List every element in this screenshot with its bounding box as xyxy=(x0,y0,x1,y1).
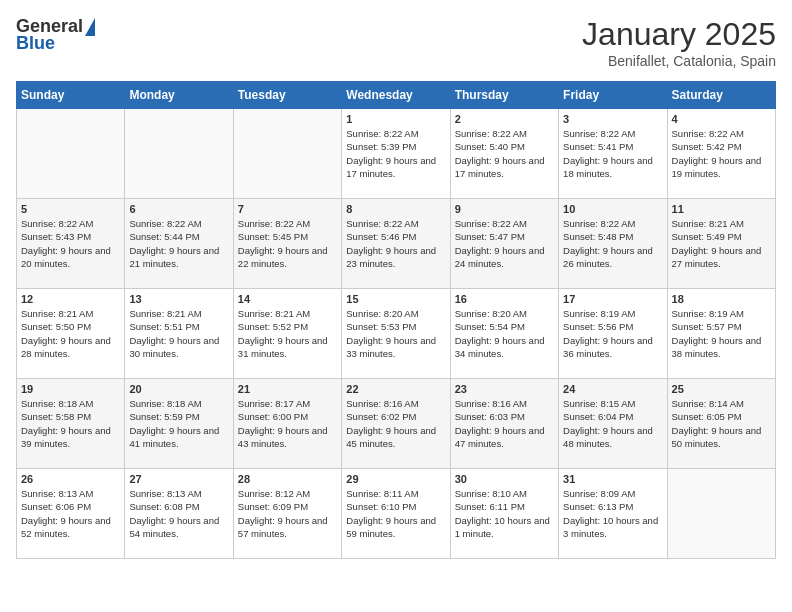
day-info: Sunrise: 8:18 AMSunset: 5:58 PMDaylight:… xyxy=(21,397,120,450)
day-number: 30 xyxy=(455,473,554,485)
day-number: 26 xyxy=(21,473,120,485)
day-info: Sunrise: 8:15 AMSunset: 6:04 PMDaylight:… xyxy=(563,397,662,450)
day-info: Sunrise: 8:22 AMSunset: 5:47 PMDaylight:… xyxy=(455,217,554,270)
weekday-header-cell: Friday xyxy=(559,82,667,109)
day-number: 21 xyxy=(238,383,337,395)
calendar-day-cell xyxy=(233,109,341,199)
weekday-header-cell: Monday xyxy=(125,82,233,109)
day-number: 10 xyxy=(563,203,662,215)
calendar-week-row: 19Sunrise: 8:18 AMSunset: 5:58 PMDayligh… xyxy=(17,379,776,469)
day-number: 29 xyxy=(346,473,445,485)
day-number: 15 xyxy=(346,293,445,305)
day-number: 7 xyxy=(238,203,337,215)
day-number: 27 xyxy=(129,473,228,485)
day-info: Sunrise: 8:13 AMSunset: 6:06 PMDaylight:… xyxy=(21,487,120,540)
day-info: Sunrise: 8:21 AMSunset: 5:51 PMDaylight:… xyxy=(129,307,228,360)
day-info: Sunrise: 8:12 AMSunset: 6:09 PMDaylight:… xyxy=(238,487,337,540)
calendar-day-cell: 9Sunrise: 8:22 AMSunset: 5:47 PMDaylight… xyxy=(450,199,558,289)
day-info: Sunrise: 8:17 AMSunset: 6:00 PMDaylight:… xyxy=(238,397,337,450)
day-info: Sunrise: 8:22 AMSunset: 5:39 PMDaylight:… xyxy=(346,127,445,180)
day-number: 25 xyxy=(672,383,771,395)
calendar-day-cell: 14Sunrise: 8:21 AMSunset: 5:52 PMDayligh… xyxy=(233,289,341,379)
day-number: 20 xyxy=(129,383,228,395)
calendar-day-cell: 17Sunrise: 8:19 AMSunset: 5:56 PMDayligh… xyxy=(559,289,667,379)
calendar-day-cell xyxy=(667,469,775,559)
calendar-day-cell: 5Sunrise: 8:22 AMSunset: 5:43 PMDaylight… xyxy=(17,199,125,289)
day-number: 11 xyxy=(672,203,771,215)
calendar-day-cell: 12Sunrise: 8:21 AMSunset: 5:50 PMDayligh… xyxy=(17,289,125,379)
logo-blue: Blue xyxy=(16,33,55,54)
day-number: 31 xyxy=(563,473,662,485)
calendar-table: SundayMondayTuesdayWednesdayThursdayFrid… xyxy=(16,81,776,559)
day-info: Sunrise: 8:13 AMSunset: 6:08 PMDaylight:… xyxy=(129,487,228,540)
calendar-day-cell: 25Sunrise: 8:14 AMSunset: 6:05 PMDayligh… xyxy=(667,379,775,469)
calendar-day-cell: 19Sunrise: 8:18 AMSunset: 5:58 PMDayligh… xyxy=(17,379,125,469)
calendar-day-cell: 22Sunrise: 8:16 AMSunset: 6:02 PMDayligh… xyxy=(342,379,450,469)
logo-triangle-icon xyxy=(85,18,95,36)
day-info: Sunrise: 8:10 AMSunset: 6:11 PMDaylight:… xyxy=(455,487,554,540)
weekday-header-cell: Sunday xyxy=(17,82,125,109)
calendar-day-cell: 10Sunrise: 8:22 AMSunset: 5:48 PMDayligh… xyxy=(559,199,667,289)
day-info: Sunrise: 8:22 AMSunset: 5:40 PMDaylight:… xyxy=(455,127,554,180)
page-header: General Blue January 2025 Benifallet, Ca… xyxy=(16,16,776,69)
day-number: 12 xyxy=(21,293,120,305)
day-number: 24 xyxy=(563,383,662,395)
day-number: 17 xyxy=(563,293,662,305)
day-number: 16 xyxy=(455,293,554,305)
calendar-day-cell: 27Sunrise: 8:13 AMSunset: 6:08 PMDayligh… xyxy=(125,469,233,559)
day-info: Sunrise: 8:21 AMSunset: 5:50 PMDaylight:… xyxy=(21,307,120,360)
weekday-header-row: SundayMondayTuesdayWednesdayThursdayFrid… xyxy=(17,82,776,109)
day-info: Sunrise: 8:09 AMSunset: 6:13 PMDaylight:… xyxy=(563,487,662,540)
day-number: 23 xyxy=(455,383,554,395)
day-info: Sunrise: 8:21 AMSunset: 5:52 PMDaylight:… xyxy=(238,307,337,360)
day-info: Sunrise: 8:20 AMSunset: 5:54 PMDaylight:… xyxy=(455,307,554,360)
calendar-day-cell: 20Sunrise: 8:18 AMSunset: 5:59 PMDayligh… xyxy=(125,379,233,469)
calendar-body: 1Sunrise: 8:22 AMSunset: 5:39 PMDaylight… xyxy=(17,109,776,559)
day-number: 6 xyxy=(129,203,228,215)
day-info: Sunrise: 8:22 AMSunset: 5:48 PMDaylight:… xyxy=(563,217,662,270)
day-info: Sunrise: 8:20 AMSunset: 5:53 PMDaylight:… xyxy=(346,307,445,360)
calendar-day-cell: 24Sunrise: 8:15 AMSunset: 6:04 PMDayligh… xyxy=(559,379,667,469)
calendar-day-cell: 7Sunrise: 8:22 AMSunset: 5:45 PMDaylight… xyxy=(233,199,341,289)
calendar-week-row: 5Sunrise: 8:22 AMSunset: 5:43 PMDaylight… xyxy=(17,199,776,289)
calendar-day-cell: 21Sunrise: 8:17 AMSunset: 6:00 PMDayligh… xyxy=(233,379,341,469)
day-number: 14 xyxy=(238,293,337,305)
day-number: 3 xyxy=(563,113,662,125)
day-info: Sunrise: 8:11 AMSunset: 6:10 PMDaylight:… xyxy=(346,487,445,540)
day-info: Sunrise: 8:18 AMSunset: 5:59 PMDaylight:… xyxy=(129,397,228,450)
calendar-day-cell: 16Sunrise: 8:20 AMSunset: 5:54 PMDayligh… xyxy=(450,289,558,379)
calendar-week-row: 12Sunrise: 8:21 AMSunset: 5:50 PMDayligh… xyxy=(17,289,776,379)
weekday-header-cell: Wednesday xyxy=(342,82,450,109)
day-number: 5 xyxy=(21,203,120,215)
calendar-day-cell: 4Sunrise: 8:22 AMSunset: 5:42 PMDaylight… xyxy=(667,109,775,199)
calendar-day-cell: 29Sunrise: 8:11 AMSunset: 6:10 PMDayligh… xyxy=(342,469,450,559)
day-number: 4 xyxy=(672,113,771,125)
day-info: Sunrise: 8:19 AMSunset: 5:56 PMDaylight:… xyxy=(563,307,662,360)
day-info: Sunrise: 8:14 AMSunset: 6:05 PMDaylight:… xyxy=(672,397,771,450)
day-number: 1 xyxy=(346,113,445,125)
weekday-header-cell: Tuesday xyxy=(233,82,341,109)
calendar-week-row: 26Sunrise: 8:13 AMSunset: 6:06 PMDayligh… xyxy=(17,469,776,559)
day-number: 19 xyxy=(21,383,120,395)
calendar-day-cell xyxy=(125,109,233,199)
day-info: Sunrise: 8:22 AMSunset: 5:45 PMDaylight:… xyxy=(238,217,337,270)
day-number: 9 xyxy=(455,203,554,215)
day-number: 28 xyxy=(238,473,337,485)
calendar-day-cell: 11Sunrise: 8:21 AMSunset: 5:49 PMDayligh… xyxy=(667,199,775,289)
calendar-day-cell: 13Sunrise: 8:21 AMSunset: 5:51 PMDayligh… xyxy=(125,289,233,379)
day-info: Sunrise: 8:16 AMSunset: 6:03 PMDaylight:… xyxy=(455,397,554,450)
calendar-day-cell: 28Sunrise: 8:12 AMSunset: 6:09 PMDayligh… xyxy=(233,469,341,559)
day-number: 8 xyxy=(346,203,445,215)
weekday-header-cell: Thursday xyxy=(450,82,558,109)
calendar-day-cell: 1Sunrise: 8:22 AMSunset: 5:39 PMDaylight… xyxy=(342,109,450,199)
day-number: 13 xyxy=(129,293,228,305)
calendar-day-cell: 6Sunrise: 8:22 AMSunset: 5:44 PMDaylight… xyxy=(125,199,233,289)
weekday-header-cell: Saturday xyxy=(667,82,775,109)
calendar-day-cell: 3Sunrise: 8:22 AMSunset: 5:41 PMDaylight… xyxy=(559,109,667,199)
day-info: Sunrise: 8:22 AMSunset: 5:41 PMDaylight:… xyxy=(563,127,662,180)
calendar-day-cell: 18Sunrise: 8:19 AMSunset: 5:57 PMDayligh… xyxy=(667,289,775,379)
day-info: Sunrise: 8:22 AMSunset: 5:44 PMDaylight:… xyxy=(129,217,228,270)
calendar-day-cell: 31Sunrise: 8:09 AMSunset: 6:13 PMDayligh… xyxy=(559,469,667,559)
calendar-day-cell: 2Sunrise: 8:22 AMSunset: 5:40 PMDaylight… xyxy=(450,109,558,199)
calendar-day-cell: 8Sunrise: 8:22 AMSunset: 5:46 PMDaylight… xyxy=(342,199,450,289)
